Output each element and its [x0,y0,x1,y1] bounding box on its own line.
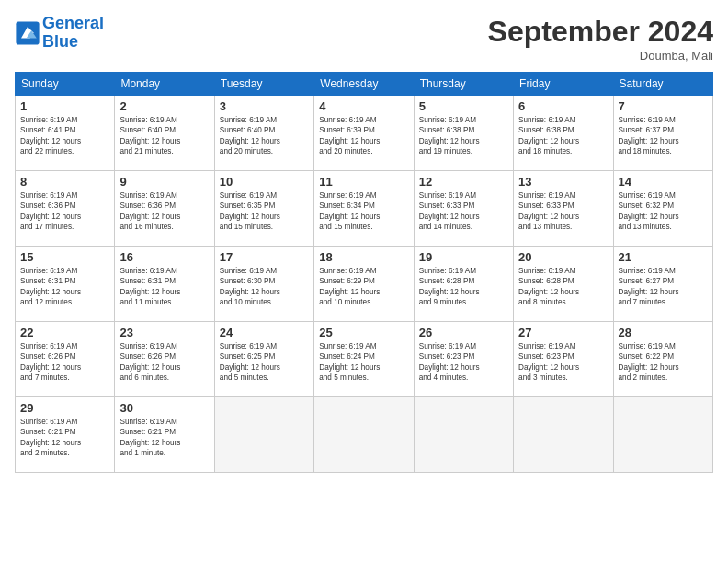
calendar-cell: 4Sunrise: 6:19 AMSunset: 6:39 PMDaylight… [314,96,414,171]
day-info: Sunrise: 6:19 AMSunset: 6:33 PMDaylight:… [518,190,608,233]
week-row-3: 22Sunrise: 6:19 AMSunset: 6:26 PMDayligh… [16,322,713,397]
day-info: Sunrise: 6:19 AMSunset: 6:21 PMDaylight:… [119,417,209,459]
calendar-cell: 1Sunrise: 6:19 AMSunset: 6:41 PMDaylight… [16,96,115,171]
day-number: 29 [20,401,109,415]
day-number: 26 [419,326,508,339]
calendar-cell: 15Sunrise: 6:19 AMSunset: 6:31 PMDayligh… [16,247,115,322]
day-info: Sunrise: 6:19 AMSunset: 6:36 PMDaylight:… [119,190,209,233]
day-number: 4 [319,99,408,113]
day-info: Sunrise: 6:19 AMSunset: 6:39 PMDaylight:… [319,115,408,157]
day-number: 30 [119,401,209,415]
day-number: 8 [20,175,109,189]
week-row-2: 15Sunrise: 6:19 AMSunset: 6:31 PMDayligh… [16,247,713,322]
calendar-cell: 14Sunrise: 6:19 AMSunset: 6:32 PMDayligh… [613,171,712,247]
calendar-cell: 30Sunrise: 6:19 AMSunset: 6:21 PMDayligh… [115,397,214,473]
day-info: Sunrise: 6:19 AMSunset: 6:21 PMDaylight:… [20,417,109,459]
logo-icon [15,20,40,46]
calendar-cell: 6Sunrise: 6:19 AMSunset: 6:38 PMDaylight… [514,96,613,171]
day-number: 9 [119,175,209,189]
calendar-cell: 7Sunrise: 6:19 AMSunset: 6:37 PMDaylight… [613,96,712,171]
day-info: Sunrise: 6:19 AMSunset: 6:33 PMDaylight:… [419,190,508,233]
col-thursday: Thursday [414,73,513,96]
calendar-cell: 23Sunrise: 6:19 AMSunset: 6:26 PMDayligh… [115,322,214,397]
calendar-cell: 10Sunrise: 6:19 AMSunset: 6:35 PMDayligh… [214,171,313,247]
col-friday: Friday [514,73,613,96]
calendar-cell: 17Sunrise: 6:19 AMSunset: 6:30 PMDayligh… [214,247,313,322]
day-info: Sunrise: 6:19 AMSunset: 6:28 PMDaylight:… [518,266,608,308]
day-number: 10 [220,175,309,189]
day-info: Sunrise: 6:19 AMSunset: 6:31 PMDaylight:… [119,266,209,308]
day-info: Sunrise: 6:19 AMSunset: 6:31 PMDaylight:… [20,266,109,308]
calendar-cell: 3Sunrise: 6:19 AMSunset: 6:40 PMDaylight… [214,96,313,171]
day-info: Sunrise: 6:19 AMSunset: 6:24 PMDaylight:… [319,341,408,384]
day-info: Sunrise: 6:19 AMSunset: 6:23 PMDaylight:… [518,341,608,384]
header-row: Sunday Monday Tuesday Wednesday Thursday… [16,73,713,96]
calendar-cell: 24Sunrise: 6:19 AMSunset: 6:25 PMDayligh… [214,322,313,397]
calendar-cell: 27Sunrise: 6:19 AMSunset: 6:23 PMDayligh… [514,322,613,397]
logo-line1: General [42,14,104,32]
day-number: 18 [319,250,408,264]
day-info: Sunrise: 6:19 AMSunset: 6:28 PMDaylight:… [419,266,508,308]
day-info: Sunrise: 6:19 AMSunset: 6:23 PMDaylight:… [419,341,508,384]
week-row-1: 8Sunrise: 6:19 AMSunset: 6:36 PMDaylight… [16,171,713,247]
day-number: 15 [20,250,109,264]
day-number: 6 [518,99,608,113]
day-info: Sunrise: 6:19 AMSunset: 6:37 PMDaylight:… [619,115,708,157]
day-info: Sunrise: 6:19 AMSunset: 6:41 PMDaylight:… [20,115,109,157]
day-info: Sunrise: 6:19 AMSunset: 6:26 PMDaylight:… [119,341,209,384]
day-number: 25 [319,326,408,339]
day-number: 14 [619,175,708,189]
calendar-cell: 16Sunrise: 6:19 AMSunset: 6:31 PMDayligh… [115,247,214,322]
calendar-cell: 13Sunrise: 6:19 AMSunset: 6:33 PMDayligh… [514,171,613,247]
title-block: September 2024 Doumba, Mali [488,15,713,63]
day-number: 20 [518,250,608,264]
calendar-cell [613,397,712,473]
calendar-cell: 12Sunrise: 6:19 AMSunset: 6:33 PMDayligh… [414,171,513,247]
calendar-cell: 25Sunrise: 6:19 AMSunset: 6:24 PMDayligh… [314,322,414,397]
day-info: Sunrise: 6:19 AMSunset: 6:29 PMDaylight:… [319,266,408,308]
calendar-cell: 11Sunrise: 6:19 AMSunset: 6:34 PMDayligh… [314,171,414,247]
calendar-cell: 28Sunrise: 6:19 AMSunset: 6:22 PMDayligh… [613,322,712,397]
day-info: Sunrise: 6:19 AMSunset: 6:36 PMDaylight:… [20,190,109,233]
calendar-cell: 8Sunrise: 6:19 AMSunset: 6:36 PMDaylight… [16,171,115,247]
day-number: 27 [518,326,608,339]
location: Doumba, Mali [488,49,713,63]
calendar-cell [414,397,513,473]
logo-text: General Blue [42,15,104,52]
page: General Blue September 2024 Doumba, Mali… [0,0,728,563]
day-info: Sunrise: 6:19 AMSunset: 6:25 PMDaylight:… [220,341,309,384]
calendar-cell [514,397,613,473]
day-number: 13 [518,175,608,189]
week-row-0: 1Sunrise: 6:19 AMSunset: 6:41 PMDaylight… [16,96,713,171]
day-info: Sunrise: 6:19 AMSunset: 6:40 PMDaylight:… [119,115,209,157]
col-saturday: Saturday [613,73,712,96]
header: General Blue September 2024 Doumba, Mali [15,15,713,63]
logo: General Blue [15,15,104,52]
day-info: Sunrise: 6:19 AMSunset: 6:30 PMDaylight:… [220,266,309,308]
day-number: 11 [319,175,408,189]
day-info: Sunrise: 6:19 AMSunset: 6:38 PMDaylight:… [419,115,508,157]
day-number: 1 [20,99,109,113]
day-info: Sunrise: 6:19 AMSunset: 6:40 PMDaylight:… [220,115,309,157]
day-number: 16 [119,250,209,264]
calendar-cell: 2Sunrise: 6:19 AMSunset: 6:40 PMDaylight… [115,96,214,171]
day-info: Sunrise: 6:19 AMSunset: 6:38 PMDaylight:… [518,115,608,157]
day-number: 23 [119,326,209,339]
calendar-cell: 20Sunrise: 6:19 AMSunset: 6:28 PMDayligh… [514,247,613,322]
col-tuesday: Tuesday [214,73,313,96]
calendar-cell: 21Sunrise: 6:19 AMSunset: 6:27 PMDayligh… [613,247,712,322]
logo-line2: Blue [42,32,78,51]
calendar-cell: 5Sunrise: 6:19 AMSunset: 6:38 PMDaylight… [414,96,513,171]
day-number: 28 [619,326,708,339]
day-number: 17 [220,250,309,264]
day-info: Sunrise: 6:19 AMSunset: 6:26 PMDaylight:… [20,341,109,384]
calendar-cell [214,397,313,473]
day-number: 5 [419,99,508,113]
day-info: Sunrise: 6:19 AMSunset: 6:27 PMDaylight:… [619,266,708,308]
calendar-cell: 19Sunrise: 6:19 AMSunset: 6:28 PMDayligh… [414,247,513,322]
calendar-cell [314,397,414,473]
calendar-cell: 26Sunrise: 6:19 AMSunset: 6:23 PMDayligh… [414,322,513,397]
day-number: 19 [419,250,508,264]
col-monday: Monday [115,73,214,96]
day-number: 24 [220,326,309,339]
